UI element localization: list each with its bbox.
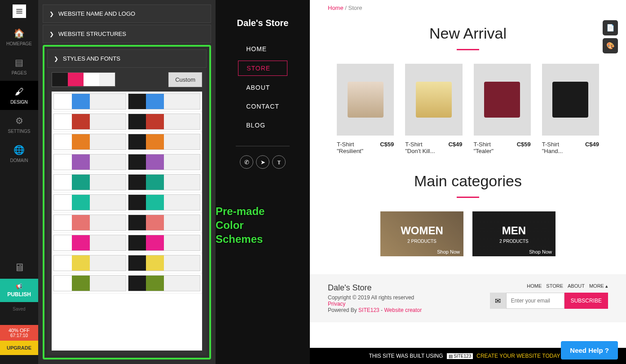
category-shop-link[interactable]: Shop Now — [529, 249, 552, 254]
product-price: C$59 — [517, 141, 531, 154]
preview-nav-item[interactable]: ABOUT — [238, 80, 287, 95]
product-name: T-Shirt "Don't Kill... — [405, 141, 436, 154]
color-scheme-row[interactable] — [52, 273, 202, 294]
color-schemes-list[interactable] — [52, 92, 202, 351]
site-title[interactable]: Dale's Store — [237, 18, 289, 28]
home-icon: 🏠 — [13, 28, 25, 39]
product-name: T-Shirt "Hand... — [542, 141, 573, 154]
nav-pages[interactable]: ▤ PAGES — [0, 52, 38, 81]
upgrade-button[interactable]: UPGRADE — [0, 341, 38, 355]
svg-rect-2 — [16, 13, 22, 13]
preview-nav-item[interactable]: STORE — [238, 61, 287, 76]
product-card[interactable]: T-Shirt "Resilient" C$59 — [337, 64, 394, 154]
color-scheme-row[interactable] — [52, 233, 202, 253]
category-name: WOMEN — [401, 224, 443, 237]
color-swatch — [99, 73, 115, 86]
nav-homepage[interactable]: 🏠 HOMEPAGE — [0, 22, 38, 52]
current-color-scheme[interactable] — [52, 72, 115, 87]
category-card[interactable]: WOMEN 2 PRODUCTS Shop Now — [380, 211, 463, 256]
color-scheme-row[interactable] — [52, 172, 202, 193]
nav-domain[interactable]: 🌐 DOMAIN — [0, 139, 38, 168]
footer-copyright: Copyright © 2019 All rights reserved — [328, 294, 422, 301]
preview-desktop-icon[interactable]: 🖥 — [0, 256, 38, 279]
footer-nav-item[interactable]: MORE ▴ — [589, 283, 608, 289]
footer-nav: HOMESTOREABOUTMORE ▴ — [490, 283, 608, 289]
color-scheme-row[interactable] — [52, 253, 202, 273]
main-sidebar: 🏠 HOMEPAGE ▤ PAGES 🖌 DESIGN ⚙ SETTINGS 🌐… — [0, 0, 38, 364]
chevron-right-icon: ❯ — [49, 11, 54, 17]
footer-site123-link[interactable]: SITE123 — [358, 307, 379, 313]
chevron-down-icon: ❯ — [54, 56, 58, 62]
phone-icon[interactable]: ✆ — [240, 155, 253, 169]
nav-label: DESIGN — [10, 100, 27, 105]
nav-design[interactable]: 🖌 DESIGN — [0, 81, 38, 110]
section-title-new-arrival: New Arrival — [310, 25, 626, 42]
nav-label: DOMAIN — [10, 158, 28, 163]
product-price: C$49 — [448, 141, 462, 154]
accordion-name-logo[interactable]: ❯ WEBSITE NAME AND LOGO — [43, 4, 211, 23]
float-page-icon[interactable]: 📄 — [603, 20, 618, 35]
email-input[interactable] — [506, 293, 564, 309]
accordion-label: WEBSITE NAME AND LOGO — [58, 10, 135, 17]
footer-creator-link[interactable]: Website creator — [384, 307, 422, 313]
product-card[interactable]: T-Shirt "Tealer" C$59 — [474, 64, 531, 154]
category-count: 2 PRODUCTS — [407, 239, 436, 244]
svg-rect-1 — [16, 11, 22, 12]
product-price: C$59 — [380, 141, 394, 154]
preview-content: Home / Store New Arrival T-Shirt "Resili… — [310, 0, 626, 364]
footer-store-name: Dale's Store — [328, 283, 422, 293]
design-panel: ❯ WEBSITE NAME AND LOGO ❯ WEBSITE STRUCT… — [38, 0, 216, 364]
publish-button[interactable]: 📢 PUBLISH — [0, 279, 38, 302]
breadcrumb-home[interactable]: Home — [328, 4, 344, 11]
category-shop-link[interactable]: Shop Now — [437, 249, 460, 254]
product-card[interactable]: T-Shirt "Don't Kill... C$49 — [405, 64, 462, 154]
preview-nav-item[interactable]: CONTACT — [238, 99, 287, 114]
footer-nav-item[interactable]: ABOUT — [568, 283, 585, 289]
accordion-structures[interactable]: ❯ WEBSITE STRUCTURES — [43, 25, 211, 43]
footer-nav-item[interactable]: HOME — [527, 283, 542, 289]
product-card[interactable]: T-Shirt "Hand... C$49 — [542, 64, 599, 154]
share-icon[interactable]: ⫪ — [272, 155, 286, 169]
footer-privacy-link[interactable]: Privacy — [328, 301, 345, 307]
color-swatch — [84, 73, 99, 86]
custom-button[interactable]: Custom — [168, 72, 202, 87]
footer-nav-item[interactable]: STORE — [546, 283, 563, 289]
subscribe-button[interactable]: SUBSCRIBE — [564, 293, 608, 309]
product-image — [337, 64, 394, 136]
app-logo[interactable] — [0, 0, 38, 22]
pages-icon: ▤ — [15, 57, 23, 68]
nav-settings[interactable]: ⚙ SETTINGS — [0, 110, 38, 139]
color-scheme-row[interactable] — [52, 152, 202, 172]
product-image — [405, 64, 462, 136]
color-scheme-row[interactable] — [52, 213, 202, 233]
site123-badge: ▤ SITE123 — [447, 353, 473, 359]
preview-nav-item[interactable]: HOME — [238, 42, 287, 56]
offer-percent: 40% OFF — [0, 328, 38, 333]
color-scheme-row[interactable] — [52, 92, 202, 112]
email-icon: ✉ — [490, 293, 506, 309]
help-button[interactable]: Need Help ? — [561, 341, 618, 360]
megaphone-icon: 📢 — [16, 283, 22, 289]
gear-icon: ⚙ — [15, 115, 23, 126]
accordion-styles-fonts[interactable]: ❯ STYLES AND FONTS — [47, 49, 207, 68]
offer-banner[interactable]: 40% OFF 67:17:10 — [0, 325, 38, 341]
color-scheme-row[interactable] — [52, 193, 202, 213]
location-icon[interactable]: ➤ — [256, 155, 269, 169]
preview-nav-item[interactable]: BLOG — [238, 118, 287, 132]
breadcrumb-current: Store — [348, 4, 362, 11]
banner-cta: CREATE YOUR WEBSITE TODAY ▸▸ — [476, 353, 567, 359]
color-swatch — [52, 73, 68, 86]
category-card[interactable]: MEN 2 PRODUCTS Shop Now — [472, 211, 555, 256]
chevron-right-icon: ❯ — [49, 31, 54, 37]
float-palette-icon[interactable]: 🎨 — [603, 38, 618, 53]
color-scheme-row[interactable] — [52, 132, 202, 152]
nav-label: SETTINGS — [8, 129, 30, 134]
breadcrumb: Home / Store — [310, 0, 626, 16]
offer-countdown: 67:17:10 — [0, 333, 38, 338]
brush-icon: 🖌 — [15, 87, 24, 97]
category-name: MEN — [502, 224, 526, 237]
accordion-label: STYLES AND FONTS — [63, 55, 120, 62]
highlighted-section: ❯ STYLES AND FONTS Custom — [43, 45, 211, 360]
product-name: T-Shirt "Resilient" — [337, 141, 368, 154]
color-scheme-row[interactable] — [52, 112, 202, 132]
